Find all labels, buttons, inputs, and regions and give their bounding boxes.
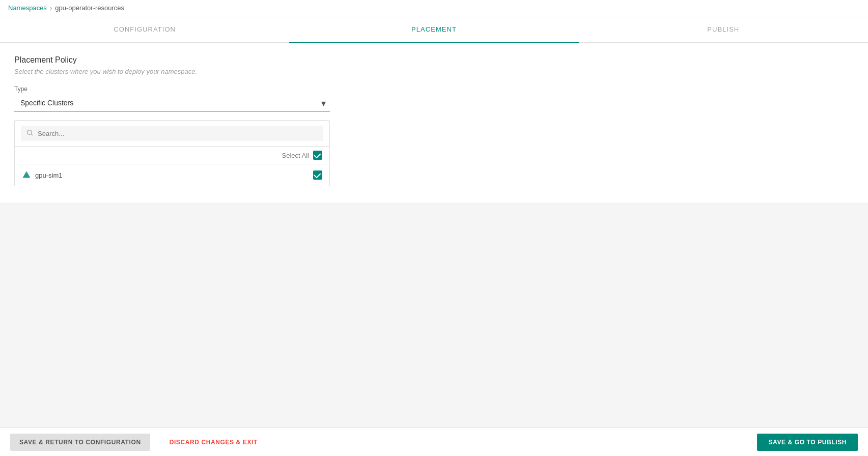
cluster-name: gpu-sim1 [35, 172, 62, 179]
tab-bar: CONFIGURATION PLACEMENT PUBLISH [0, 16, 868, 43]
svg-point-0 [27, 130, 32, 135]
footer-bar: SAVE & RETURN TO CONFIGURATION DISCARD C… [0, 428, 868, 456]
select-all-label: Select All [282, 152, 309, 159]
select-all-checkbox[interactable] [313, 151, 322, 160]
type-dropdown[interactable]: Specific ClustersAll Clusters [14, 95, 330, 112]
placement-policy-title: Placement Policy [14, 55, 854, 65]
search-input[interactable] [38, 130, 318, 137]
breadcrumb: Namespaces › gpu-operator-resources [0, 0, 868, 16]
search-icon [26, 129, 34, 138]
cluster-search-row [15, 121, 329, 147]
tab-configuration[interactable]: CONFIGURATION [0, 16, 289, 42]
breadcrumb-separator: › [50, 4, 52, 12]
save-return-button[interactable]: SAVE & RETURN TO CONFIGURATION [10, 434, 150, 451]
cluster-name-wrap: gpu-sim1 [22, 170, 62, 180]
tab-placement[interactable]: PLACEMENT [289, 16, 578, 42]
placement-policy-subtitle: Select the clusters where you wish to de… [14, 68, 854, 75]
type-dropdown-container: Specific ClustersAll Clusters ▾ [14, 95, 330, 112]
main-content: Placement Policy Select the clusters whe… [0, 43, 868, 203]
save-publish-button[interactable]: SAVE & GO TO PUBLISH [757, 434, 858, 451]
svg-marker-2 [23, 172, 31, 178]
svg-line-1 [31, 134, 33, 135]
tab-publish[interactable]: PUBLISH [579, 16, 868, 42]
type-field-label: Type [14, 86, 854, 93]
cluster-panel: Select All gpu-sim1 [14, 120, 330, 186]
discard-changes-button[interactable]: DISCARD CHANGES & EXIT [160, 434, 267, 451]
cluster-checkbox[interactable] [313, 170, 322, 180]
breadcrumb-namespaces-link[interactable]: Namespaces [8, 4, 47, 12]
select-all-row: Select All [15, 147, 329, 164]
table-row: gpu-sim1 [15, 164, 329, 186]
search-input-wrap [21, 126, 323, 141]
cluster-icon [22, 170, 31, 180]
breadcrumb-current: gpu-operator-resources [55, 4, 124, 12]
